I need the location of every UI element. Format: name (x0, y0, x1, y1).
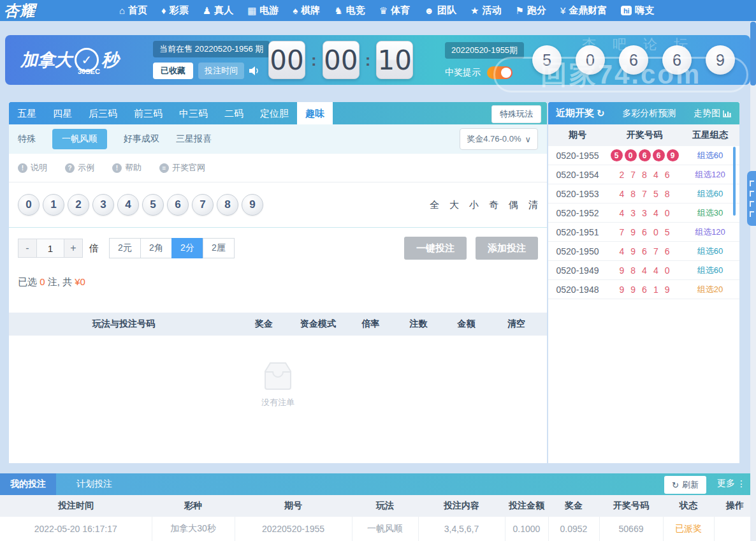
inbox-icon (260, 361, 296, 390)
nav-item-egame[interactable]: ▦电游 (244, 4, 282, 17)
sidebar-scrollbar[interactable] (733, 147, 736, 216)
more-menu[interactable]: 更多 ⋮ (717, 478, 746, 489)
unit-2fen-button[interactable]: 2分 (171, 238, 203, 258)
tab-my-bets[interactable]: 我的投注 (0, 473, 56, 495)
tab-housanma[interactable]: 后三码 (80, 102, 126, 124)
link-bangzhu[interactable]: !帮助 (112, 162, 142, 174)
link-shuoming[interactable]: !说明 (18, 162, 47, 174)
unit-2yuan-button[interactable]: 2元 (109, 238, 141, 258)
combo-type-link[interactable]: 组选120 (682, 226, 738, 238)
tab-quwei[interactable]: 趣味 (297, 102, 333, 124)
subtab-haoshichengshuang[interactable]: 好事成双 (124, 133, 159, 145)
number-ball-4[interactable]: 4 (117, 194, 139, 216)
quick-even[interactable]: 偶 (509, 199, 518, 211)
nav-item-activity[interactable]: ★活动 (467, 4, 505, 17)
bet-time-button[interactable]: 投注时间 (198, 63, 244, 79)
info-icon: ! (18, 163, 27, 173)
multiplier-input[interactable] (37, 239, 64, 258)
egame-icon: ▦ (247, 5, 256, 17)
multiplier-minus-button[interactable]: - (18, 239, 37, 258)
quick-bet-button[interactable]: 一键投注 (404, 237, 467, 260)
number-ball-3[interactable]: 3 (92, 194, 114, 216)
add-bet-button[interactable]: 添加投注 (476, 237, 538, 260)
nav-item-paofen[interactable]: ⚑跑分 (511, 4, 549, 17)
number-ball-0[interactable]: 0 (18, 194, 40, 216)
result-row: 0520-1950 49676 组选60 (548, 242, 739, 261)
number-ball-7[interactable]: 7 (192, 194, 214, 216)
combo-type-link[interactable]: 组选60 (682, 188, 738, 200)
number-ball-8[interactable]: 8 (217, 194, 238, 216)
tab-zhongsanma[interactable]: 中三码 (171, 102, 216, 124)
wealth-icon: ¥ (560, 5, 565, 16)
nav-item-team[interactable]: ☻团队 (420, 4, 460, 17)
bet-amount: 0.1000 (505, 517, 548, 541)
refresh-icon: ↻ (672, 480, 679, 490)
tab-recent-draws[interactable]: 近期开奖↻ (556, 107, 605, 119)
subtab-teshu[interactable]: 特殊 (18, 133, 36, 145)
tab-dingweidan[interactable]: 定位胆 (252, 102, 297, 124)
result-period-badge: 20220520-1955期 (445, 42, 524, 59)
lottery-kind: 加拿大30秒 (152, 517, 235, 541)
combo-type-link[interactable]: 组选120 (682, 169, 738, 181)
tab-analysis-prediction[interactable]: 多彩分析预测 (622, 108, 676, 119)
page-scrollbar-thumb[interactable] (750, 22, 756, 85)
lottery-header: 加拿大 ✓ 30SEC 秒 当前在售 20220520-1956 期 已收藏 投… (5, 35, 750, 85)
refresh-button[interactable]: ↻ 刷新 (664, 476, 706, 494)
subtab-sanxingbaoxi[interactable]: 三星报喜 (176, 133, 212, 145)
combo-type-link[interactable]: 组选20 (682, 284, 738, 295)
speaker-icon[interactable] (249, 66, 261, 76)
number-ball-6[interactable]: 6 (167, 194, 189, 216)
chevron-down-icon: ∨ (525, 135, 531, 144)
tab-erma[interactable]: 二码 (216, 102, 252, 124)
number-ball-2[interactable]: 2 (68, 194, 89, 216)
quick-odd[interactable]: 奇 (489, 199, 498, 211)
draw-numbers: 27846 (607, 170, 682, 180)
combo-type-link[interactable]: 组选60 (682, 265, 738, 276)
quick-small[interactable]: 小 (469, 199, 479, 211)
quick-clear[interactable]: 清 (528, 199, 538, 211)
win-tip-toggle[interactable] (487, 66, 512, 79)
number-ball-1[interactable]: 1 (43, 194, 64, 216)
unit-2li-button[interactable]: 2厘 (203, 238, 235, 258)
result-ball: 6 (662, 45, 692, 75)
tab-wuxing[interactable]: 五星 (9, 102, 45, 124)
sidebar-tabs: 近期开奖↻ 多彩分析预测 走势图 (548, 102, 739, 124)
page-scrollbar[interactable] (750, 21, 756, 541)
number-ball-5[interactable]: 5 (142, 194, 164, 216)
nav-item-home[interactable]: ⌂首页 (115, 4, 151, 17)
quick-all[interactable]: 全 (430, 199, 439, 211)
special-play-button[interactable]: 特殊玩法 (491, 105, 541, 123)
hi-pay-icon: hi (621, 6, 632, 15)
clock-icon: ✓ 30SEC (75, 48, 99, 72)
tab-qiansanma[interactable]: 前三码 (126, 102, 171, 124)
link-official[interactable]: ≡开奖官网 (159, 162, 205, 174)
tab-sixing[interactable]: 四星 (45, 102, 80, 124)
draw-numbers: 79605 (607, 227, 682, 237)
number-ball-9[interactable]: 9 (242, 194, 263, 216)
subtab-yifanfengshun[interactable]: 一帆风顺 (52, 129, 107, 149)
favorite-button[interactable]: 已收藏 (153, 63, 193, 79)
quick-big[interactable]: 大 (449, 199, 459, 211)
empty-state: 没有注单 (9, 361, 547, 408)
combo-type-link[interactable]: 组选60 (682, 246, 738, 257)
sports-icon: ♛ (379, 5, 388, 17)
unit-2jiao-button[interactable]: 2角 (140, 238, 172, 258)
nav-item-esports[interactable]: ♞电竞 (330, 4, 368, 17)
tab-plan-bets[interactable]: 计划投注 (56, 473, 133, 495)
nav-item-board[interactable]: ♠棋牌 (289, 4, 324, 17)
combo-type-link[interactable]: 组选60 (682, 150, 738, 161)
multiplier-plus-button[interactable]: + (64, 239, 83, 258)
trend-chart-icon (723, 110, 732, 117)
nav-item-sports[interactable]: ♛体育 (375, 4, 414, 17)
link-shili[interactable]: ?示例 (65, 162, 94, 174)
combo-type-link[interactable]: 组选30 (682, 207, 738, 219)
nav-item-live[interactable]: ♟真人 (199, 4, 237, 17)
bonus-select[interactable]: 奖金4.76-0.0% ∨ (460, 128, 538, 150)
side-tab-collapsed[interactable] (747, 171, 756, 226)
nav-item-wealth[interactable]: ¥金鼎财富 (556, 4, 611, 17)
header-right: 20220520-1955期 中奖提示 (445, 42, 524, 79)
nav-item-lottery[interactable]: ♦彩票 (157, 4, 193, 17)
tab-trend-chart[interactable]: 走势图 (694, 108, 732, 119)
play-type-tabs: 五星 四星 后三码 前三码 中三码 二码 定位胆 趣味 特殊玩法 (9, 102, 547, 124)
nav-item-hipay[interactable]: hi嗨支 (617, 4, 658, 17)
